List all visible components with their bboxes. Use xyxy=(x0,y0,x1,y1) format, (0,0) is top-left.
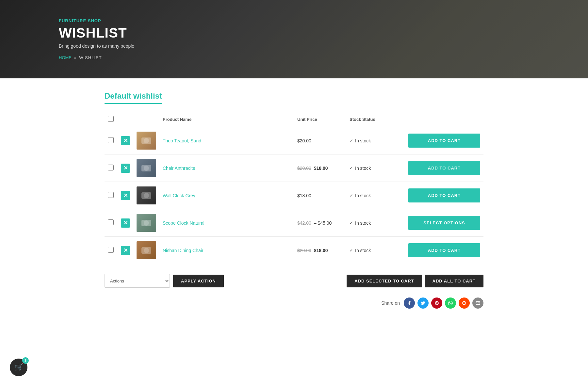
remove-item-button-1[interactable]: ✕ xyxy=(121,136,130,145)
row-checkbox-3[interactable] xyxy=(108,192,114,198)
row-checkbox-4[interactable] xyxy=(108,219,114,225)
table-row: ✕Theo Teapot, Sand$20.00✓In stockADD TO … xyxy=(105,127,483,154)
share-reddit-button[interactable] xyxy=(459,298,470,309)
price-old: $42.00 xyxy=(297,220,311,226)
actions-left: Actions Remove selected APPLY ACTION xyxy=(105,274,224,288)
share-label: Share on xyxy=(381,300,400,306)
product-image-4 xyxy=(137,214,156,232)
wishlist-title: Default wishlist xyxy=(105,91,162,104)
checkmark-icon: ✓ xyxy=(350,248,353,253)
product-name-link-2[interactable]: Chair Anthracite xyxy=(163,166,195,171)
checkmark-icon: ✓ xyxy=(350,166,353,170)
main-content: Default wishlist Product Name Unit Price… xyxy=(98,78,490,328)
actions-row: Actions Remove selected APPLY ACTION ADD… xyxy=(105,274,483,288)
svg-point-9 xyxy=(144,248,149,253)
header-remove-cell xyxy=(118,112,133,127)
svg-point-7 xyxy=(144,220,149,226)
checkmark-icon: ✓ xyxy=(350,193,353,198)
svg-point-1 xyxy=(144,138,149,143)
share-twitter-button[interactable] xyxy=(417,298,429,309)
select-options-button-4[interactable]: SELECT OPTIONS xyxy=(408,216,480,230)
share-email-button[interactable] xyxy=(472,298,483,309)
share-pinterest-button[interactable] xyxy=(431,298,442,309)
unit-price-4: $42.00 – $45.00 xyxy=(297,220,332,226)
stock-status-3: ✓In stock xyxy=(350,193,402,198)
add-to-cart-button-1[interactable]: ADD TO CART xyxy=(408,134,480,148)
stock-text: In stock xyxy=(355,248,371,253)
svg-point-3 xyxy=(144,166,149,171)
table-row: ✕Wall Clock Grey$18.00✓In stockADD TO CA… xyxy=(105,182,483,209)
add-to-cart-button-2[interactable]: ADD TO CART xyxy=(408,161,480,175)
checkmark-icon: ✓ xyxy=(350,220,353,225)
share-whatsapp-button[interactable] xyxy=(445,298,456,309)
table-row: ✕Nishan Dining Chair$20.00 $18.00✓In sto… xyxy=(105,237,483,264)
header-select-all-cell xyxy=(105,112,118,127)
apply-action-button[interactable]: APPLY ACTION xyxy=(173,275,224,287)
remove-item-button-4[interactable]: ✕ xyxy=(121,218,130,228)
product-name-link-4[interactable]: Scope Clock Natural xyxy=(163,220,204,226)
actions-right: ADD SELECTED TO CART ADD ALL TO CART xyxy=(347,275,483,287)
share-row: Share on xyxy=(105,298,483,309)
add-all-to-cart-button[interactable]: ADD ALL TO CART xyxy=(425,275,483,287)
product-name-link-1[interactable]: Theo Teapot, Sand xyxy=(163,138,201,143)
product-image-5 xyxy=(137,241,156,259)
hero-section: FURNITURE SHOP WISHLIST Bring good desig… xyxy=(0,0,588,78)
wishlist-table: Product Name Unit Price Stock Status ✕Th… xyxy=(105,112,483,264)
unit-price-3: $18.00 xyxy=(297,193,311,198)
product-name-link-3[interactable]: Wall Clock Grey xyxy=(163,193,195,198)
breadcrumb-separator: » xyxy=(74,55,76,60)
x-icon: ✕ xyxy=(123,248,128,253)
breadcrumb-current: WISHLIST xyxy=(79,55,102,60)
price-old: $20.00 xyxy=(297,248,311,253)
stock-text: In stock xyxy=(355,166,371,171)
table-header-row: Product Name Unit Price Stock Status xyxy=(105,112,483,127)
row-checkbox-2[interactable] xyxy=(108,165,114,170)
unit-price-2: $20.00 $18.00 xyxy=(297,166,328,171)
table-row: ✕Chair Anthracite$20.00 $18.00✓In stockA… xyxy=(105,154,483,182)
price-new: $18.00 xyxy=(314,248,328,253)
x-icon: ✕ xyxy=(123,220,128,226)
product-image-2 xyxy=(137,159,156,177)
row-checkbox-5[interactable] xyxy=(108,247,114,253)
header-stock-status: Stock Status xyxy=(346,112,405,127)
hero-subtitle: Bring good design to as many people xyxy=(59,43,134,49)
stock-status-2: ✓In stock xyxy=(350,166,402,171)
svg-point-5 xyxy=(144,193,149,198)
stock-status-4: ✓In stock xyxy=(350,220,402,226)
stock-status-1: ✓In stock xyxy=(350,138,402,143)
price-new: $18.00 xyxy=(314,166,328,171)
stock-text: In stock xyxy=(355,193,371,198)
row-checkbox-1[interactable] xyxy=(108,137,114,143)
product-image-3 xyxy=(137,186,156,204)
remove-item-button-2[interactable]: ✕ xyxy=(121,164,130,173)
unit-price-5: $20.00 $18.00 xyxy=(297,248,328,253)
share-facebook-button[interactable] xyxy=(404,298,415,309)
price-range: – $45.00 xyxy=(313,220,332,226)
table-row: ✕Scope Clock Natural$42.00 – $45.00✓In s… xyxy=(105,209,483,237)
unit-price-1: $20.00 xyxy=(297,138,311,143)
stock-status-5: ✓In stock xyxy=(350,248,402,253)
header-action-cell xyxy=(405,112,483,127)
product-image-1 xyxy=(137,132,156,150)
x-icon: ✕ xyxy=(123,193,128,198)
add-selected-to-cart-button[interactable]: ADD SELECTED TO CART xyxy=(347,275,422,287)
checkmark-icon: ✓ xyxy=(350,138,353,143)
breadcrumb: HOME » WISHLIST xyxy=(59,55,134,60)
stock-text: In stock xyxy=(355,138,371,143)
price-old: $20.00 xyxy=(297,166,311,171)
header-unit-price: Unit Price xyxy=(294,112,346,127)
add-to-cart-button-5[interactable]: ADD TO CART xyxy=(408,243,480,257)
shop-name: FURNITURE SHOP xyxy=(59,18,134,23)
breadcrumb-home-link[interactable]: HOME xyxy=(59,55,72,60)
product-name-link-5[interactable]: Nishan Dining Chair xyxy=(163,248,204,253)
x-icon: ✕ xyxy=(123,166,128,171)
actions-dropdown[interactable]: Actions Remove selected xyxy=(105,274,170,288)
page-hero-title: WISHLIST xyxy=(59,25,134,41)
remove-item-button-3[interactable]: ✕ xyxy=(121,191,130,200)
remove-item-button-5[interactable]: ✕ xyxy=(121,246,130,255)
select-all-checkbox[interactable] xyxy=(108,116,114,122)
x-icon: ✕ xyxy=(123,138,128,143)
add-to-cart-button-3[interactable]: ADD TO CART xyxy=(408,188,480,202)
header-product-name: Product Name xyxy=(159,112,294,127)
hero-content: FURNITURE SHOP WISHLIST Bring good desig… xyxy=(0,18,134,60)
